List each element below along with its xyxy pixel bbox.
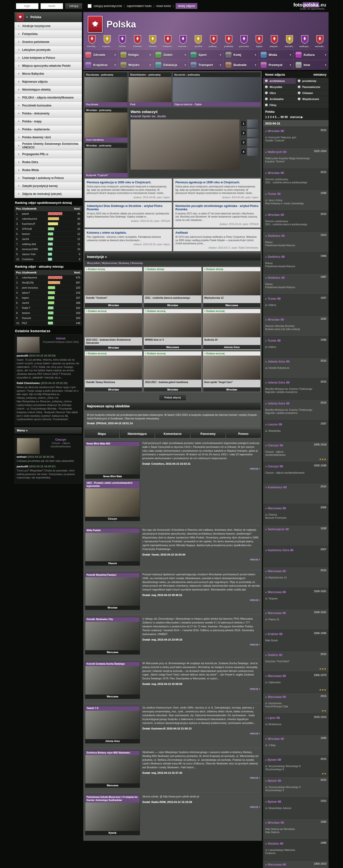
new-photo-entry[interactable]: 2015 » Warszawa ul. Międzyborska 13 xyxy=(263,567,329,588)
featured-card[interactable]: Raczkowa - polecamy Raczkowa xyxy=(85,72,127,106)
voivodeship-crest[interactable]: warmińs... xyxy=(283,35,296,48)
voivodeship-crest[interactable]: lubelskie xyxy=(131,35,144,48)
object-photo-city[interactable]: Otwock xyxy=(85,561,140,565)
investment-photo[interactable] xyxy=(144,355,201,380)
city-link[interactable]: Jelenia Góra xyxy=(268,402,285,405)
new-photo-entry[interactable]: 1990-1995 » Kraków Mały Rynek xyxy=(263,630,329,651)
category-button[interactable]: Zieleń ▼ xyxy=(153,50,189,60)
rank-user-link[interactable]: robertlaurent xyxy=(22,276,48,279)
city-link[interactable]: Tczew xyxy=(268,297,276,301)
object-photo-card[interactable]: Państwowa Szkoła Muzyczna I i II stopnia… xyxy=(85,795,140,835)
new-photo-entry[interactable]: 2006 » Warszawa ul. Żelazna Muzeum Przem… xyxy=(263,504,329,525)
new-photo-entry[interactable]: 2015 » Jelenia Góra Bazylika Mniejsza św… xyxy=(263,399,329,421)
new-photo-entry[interactable]: 2015 » Siedlce Gościniec "Pod Orłem" ★★★ xyxy=(263,651,329,672)
sidebar-menu-item[interactable]: Polska - dokumenty xyxy=(14,110,82,118)
rank-user-link[interactable]: Dariush xyxy=(22,316,48,319)
miniatures-toggle[interactable]: miniatury xyxy=(313,73,326,76)
new-account-link[interactable]: nowe konto xyxy=(156,4,171,8)
page-numbers[interactable]: 1 2 3 4 5 ... 98 99 xyxy=(265,115,288,119)
new-photo-entry[interactable]: 1930-1931 » Warszawa ul. Targowa xyxy=(263,588,329,609)
new-photo-entry[interactable]: 1939 » Tczew ul. Jana z Kolna Most kolej… xyxy=(263,190,329,211)
worth-seeing-photo[interactable] xyxy=(130,120,240,169)
category-button[interactable]: Kolej ▼ xyxy=(223,50,259,60)
investment-card[interactable]: + Dodane wczoraj 2010-2012 - budowa blok… xyxy=(85,309,142,350)
new-photo-entry[interactable]: 1898 » Kłodzko ul. Łukasińskiego Waleria… xyxy=(263,840,329,861)
investment-photo[interactable] xyxy=(85,271,142,296)
investment-photo[interactable] xyxy=(144,271,201,296)
object-photo-card[interactable]: Willa Podole Otwock xyxy=(85,528,140,566)
city-link[interactable]: Warszawa xyxy=(268,863,282,866)
featured-caption[interactable]: Raczkowa xyxy=(85,102,127,106)
rank-user-link[interactable]: Cristoforo xyxy=(22,258,48,261)
city-link[interactable]: Warszawa xyxy=(268,612,282,615)
featured-card[interactable]: Świerklaniec - polecamy Park xyxy=(129,72,172,106)
more-link[interactable]: więcej » xyxy=(142,732,260,736)
category-button[interactable]: Religia ▼ xyxy=(119,50,154,60)
object-photo-title[interactable]: Dzielnica Bielany rejon MSI Słodowiec xyxy=(85,751,140,755)
more-link[interactable]: więcej » xyxy=(142,776,260,780)
radio-icon[interactable] xyxy=(298,86,301,88)
comment-author[interactable]: wetinari xyxy=(17,455,27,458)
sidebar-menu-item[interactable]: Polska - wydarzenia xyxy=(14,125,82,133)
news-title[interactable]: Amfiteatr xyxy=(175,231,258,235)
thumb-number[interactable]: 1 xyxy=(241,121,246,126)
city-link[interactable]: Wrocław xyxy=(268,821,280,825)
featured-photo[interactable] xyxy=(85,148,127,173)
object-photo[interactable] xyxy=(85,666,140,694)
category-button[interactable]: Inne ▼ xyxy=(293,60,329,70)
sidebar-menu-item[interactable]: Tramwaje i autobusy w Polsce xyxy=(14,174,82,182)
comment-photo-thumb[interactable] xyxy=(17,337,40,353)
investment-city[interactable]: Wrocław xyxy=(144,303,201,307)
category-button[interactable]: Budowle ▼ xyxy=(223,60,259,70)
investment-photo[interactable] xyxy=(85,355,142,380)
object-photo[interactable] xyxy=(85,711,140,739)
sidebar-menu-item[interactable]: Fotopolska xyxy=(14,30,82,38)
sidebar-menu-item[interactable]: Polska - mapy xyxy=(14,118,82,125)
voivodeship-crest[interactable]: podlaskie xyxy=(222,35,235,48)
investment-city[interactable]: Wrocław xyxy=(85,388,142,392)
rank-user-link[interactable]: pawel xyxy=(22,212,48,215)
object-photo[interactable] xyxy=(85,446,140,474)
investments-filter-links[interactable]: Wszystkie | Wyburzenia | Budowy | Remont… xyxy=(87,261,143,265)
investment-card[interactable]: + Dodane wczoraj Sudecka 34 Jelenia Góra xyxy=(203,309,261,350)
forgot-password-link[interactable]: zapomniałem hasło xyxy=(127,4,152,8)
comment-author[interactable]: Rafał Chmielowiec xyxy=(17,381,40,384)
category-button[interactable]: Edukacja ▼ xyxy=(153,60,189,70)
rank-user-link[interactable]: KazimierzP xyxy=(22,222,48,225)
login-input[interactable]: login xyxy=(16,3,38,9)
object-photo[interactable] xyxy=(85,533,140,561)
object-photo-city[interactable]: Nowa Wieś Mała xyxy=(85,474,140,478)
city-link[interactable]: Warszawa xyxy=(268,590,282,594)
featured-photo[interactable] xyxy=(85,113,127,137)
object-photo-city[interactable]: Warszawa xyxy=(85,650,140,654)
investment-card[interactable]: + Dodane dzisiaj Osiedle "Centrum" Wrocł… xyxy=(85,267,142,308)
object-photo-city[interactable]: Warszawa xyxy=(85,783,140,787)
thumb-image[interactable] xyxy=(247,120,258,128)
category-button[interactable]: Transport ▼ xyxy=(189,60,224,70)
new-photo-entry[interactable]: 1915-1916 » Lipno ul. Mickiewicza xyxy=(263,714,329,735)
news-title[interactable]: Niemieckie początki strzelińskiego ogóln… xyxy=(175,204,258,211)
news-title[interactable]: Pierwsza egzekucja w 1939 roku w Chojnic… xyxy=(175,181,258,184)
featured-card[interactable]: Szczecin - polecamy Zdjęcia lotnicze - D… xyxy=(173,72,261,106)
filter-option[interactable]: architektura xyxy=(263,78,296,84)
voivodeship-crest[interactable]: pomorskie xyxy=(237,35,250,48)
sidebar-menu-item[interactable]: Zdjęcia do instrukcji (ukryte) xyxy=(14,190,82,198)
news-title[interactable]: Adwentyści Dnia Siódmego w Strzelinie - … xyxy=(87,204,170,211)
voivodeship-crest[interactable]: mazowie... xyxy=(177,35,190,48)
investment-city[interactable]: Jelenia Góra xyxy=(203,345,260,349)
sidebar-menu-item[interactable]: Najnowsze zdjęcia xyxy=(14,78,82,86)
featured-caption[interactable]: Budynek "Cuprum" xyxy=(85,173,127,177)
city-link[interactable]: Bytom xyxy=(268,779,277,782)
radio-icon[interactable] xyxy=(265,86,268,88)
rank-user-link[interactable]: James York xyxy=(22,253,48,256)
object-photo-card[interactable]: Tatarki 7-9 Jelenia Góra xyxy=(85,706,140,743)
object-photo[interactable] xyxy=(85,803,140,831)
tab-button[interactable]: Komentarze xyxy=(155,430,190,438)
add-photo-button[interactable]: dodaj zdjęcie xyxy=(176,3,197,9)
radio-icon[interactable] xyxy=(265,98,268,100)
investment-photo[interactable] xyxy=(203,313,260,337)
show-more-button[interactable]: Pokaż więcej xyxy=(159,394,186,401)
object-photo[interactable] xyxy=(85,622,140,650)
news-card[interactable]: Niemieckie początki strzelińskiego ogóln… xyxy=(173,202,261,228)
rank-user-link[interactable]: ireneusz1966 xyxy=(22,248,48,251)
